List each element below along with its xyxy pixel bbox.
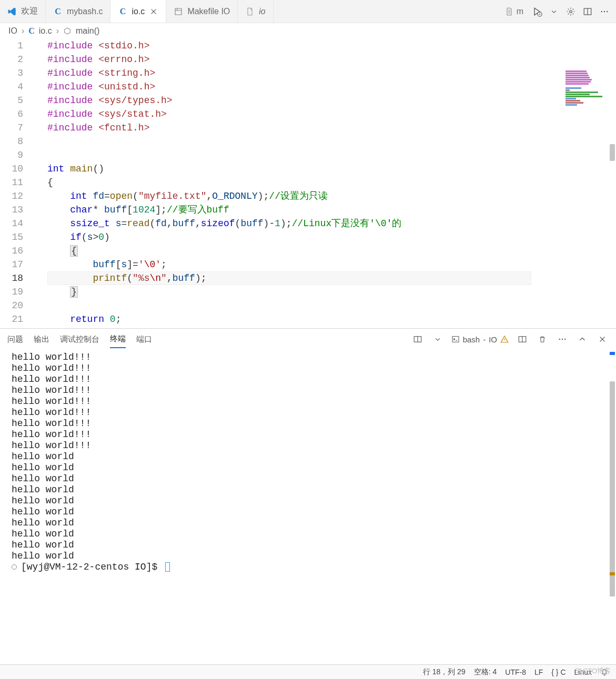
chevron-right-icon: › (56, 26, 59, 36)
breadcrumb-segment[interactable]: main() (76, 26, 99, 36)
tab-label: 欢迎 (21, 6, 38, 17)
terminal-line: hello world!!! (12, 440, 609, 451)
editor-toolbar: m (497, 0, 616, 23)
run-debug-icon[interactable] (531, 5, 543, 18)
extra-tab[interactable]: m (502, 7, 527, 16)
code-editor[interactable]: 123456789101112131415161718192021 #inclu… (0, 39, 616, 328)
tab-io-c[interactable]: C io.c (110, 0, 166, 23)
terminal-line: hello world!!! (12, 374, 609, 385)
file-icon (245, 7, 255, 16)
tab-label: Makefile IO (187, 7, 230, 16)
symbol-method-icon (63, 27, 72, 35)
tab-label: mybash.c (67, 7, 103, 16)
terminal-line: hello world (12, 451, 609, 462)
terminal-line: hello world!!! (12, 407, 609, 418)
svg-point-9 (559, 339, 560, 340)
breadcrumb-segment[interactable]: IO (8, 26, 17, 36)
watermark: 51CTO博客 (575, 666, 611, 676)
scroll-thumb[interactable] (610, 144, 615, 161)
svg-point-11 (564, 339, 565, 340)
status-bar: 行 18，列 29 空格: 4 UTF-8 LF { } C Linux (0, 664, 616, 679)
terminal-line: hello world (12, 506, 609, 518)
c-file-icon: C (53, 7, 63, 16)
close-icon[interactable] (149, 7, 158, 16)
editor-scrollbar[interactable] (609, 39, 616, 328)
tab-mybash[interactable]: C mybash.c (46, 0, 110, 23)
terminal-shell-selector[interactable]: bash - IO (451, 335, 509, 344)
c-file-icon: C (28, 26, 35, 36)
shell-context: IO (489, 335, 497, 344)
terminal-line: hello world!!! (12, 363, 609, 374)
tab-label: io (259, 7, 265, 16)
panel-tab-terminal[interactable]: 终端 (110, 331, 126, 348)
file-text-icon (505, 7, 513, 16)
extra-tab-label: m (517, 7, 523, 16)
gear-icon[interactable] (564, 5, 577, 18)
tab-welcome[interactable]: 欢迎 (0, 0, 46, 23)
terminal-line: hello world!!! (12, 352, 609, 363)
panel: 问题 输出 调试控制台 终端 端口 bash - IO (0, 328, 616, 596)
terminal-line: hello world (12, 529, 609, 540)
shell-name: bash (463, 335, 480, 344)
panel-tab-debug[interactable]: 调试控制台 (60, 331, 99, 348)
terminal-cursor (165, 562, 170, 572)
scroll-thumb[interactable] (610, 381, 615, 596)
more-icon[interactable] (598, 5, 611, 18)
shell-sep: - (483, 335, 486, 344)
status-spaces[interactable]: 空格: 4 (474, 667, 497, 677)
status-encoding[interactable]: UTF-8 (505, 668, 526, 676)
svg-point-3 (601, 11, 602, 12)
line-gutter: 123456789101112131415161718192021 (0, 39, 33, 326)
terminal-prompt[interactable]: [wyj@VM-12-2-centos IO]$ (12, 562, 609, 573)
svg-point-5 (607, 11, 608, 12)
code-area[interactable]: #include <stdio.h>#include <errno.h>#inc… (47, 39, 531, 326)
terminal-line: hello world (12, 484, 609, 495)
chevron-right-icon: › (22, 26, 24, 36)
split-editor-icon[interactable] (581, 5, 594, 18)
svg-rect-7 (452, 337, 459, 342)
terminal-line: hello world!!! (12, 418, 609, 429)
panel-tab-ports[interactable]: 端口 (136, 331, 152, 348)
tab-label: io.c (132, 7, 145, 16)
chevron-down-icon[interactable] (431, 333, 444, 346)
trash-icon[interactable] (536, 333, 549, 346)
terminal[interactable]: hello world!!!hello world!!!hello world!… (0, 350, 616, 596)
status-lang[interactable]: { } C (551, 668, 565, 676)
vscode-icon (7, 7, 17, 16)
warning-icon (500, 335, 509, 343)
tab-io-file[interactable]: io (238, 0, 273, 23)
breadcrumb-segment[interactable]: io.c (39, 26, 52, 36)
chevron-up-icon[interactable] (576, 333, 589, 346)
close-panel-icon[interactable] (596, 333, 609, 346)
chevron-down-icon[interactable] (548, 5, 560, 18)
svg-point-10 (562, 339, 563, 340)
terminal-line: hello world!!! (12, 396, 609, 407)
terminal-scrollbar[interactable] (609, 350, 616, 596)
scroll-marker (610, 572, 615, 575)
c-file-icon: C (118, 7, 127, 16)
panel-tab-bar: 问题 输出 调试控制台 终端 端口 bash - IO (0, 329, 616, 350)
terminal-line: hello world (12, 551, 609, 562)
terminal-line: hello world!!! (12, 385, 609, 396)
terminal-line: hello world (12, 540, 609, 551)
tab-makefile[interactable]: Makefile IO (166, 0, 238, 23)
breadcrumb[interactable]: IO › C io.c › main() (0, 23, 616, 39)
terminal-icon (451, 335, 460, 343)
tab-bar: 欢迎 C mybash.c C io.c Makefile IO io m (0, 0, 616, 23)
terminal-line: hello world (12, 473, 609, 484)
minimap[interactable] (565, 70, 608, 107)
terminal-line: hello world (12, 462, 609, 473)
split-terminal-icon[interactable] (516, 333, 529, 346)
svg-point-1 (570, 10, 572, 13)
more-icon[interactable] (556, 333, 569, 346)
panel-tab-problems[interactable]: 问题 (7, 331, 23, 348)
status-eol[interactable]: LF (534, 668, 543, 676)
split-panel-icon[interactable] (411, 333, 424, 346)
terminal-line: hello world (12, 495, 609, 506)
terminal-line: hello world!!! (12, 429, 609, 440)
scroll-marker (610, 352, 615, 355)
panel-tab-output[interactable]: 输出 (34, 331, 49, 348)
terminal-line: hello world (12, 518, 609, 529)
svg-point-4 (604, 11, 605, 12)
status-cursor[interactable]: 行 18，列 29 (423, 667, 466, 677)
